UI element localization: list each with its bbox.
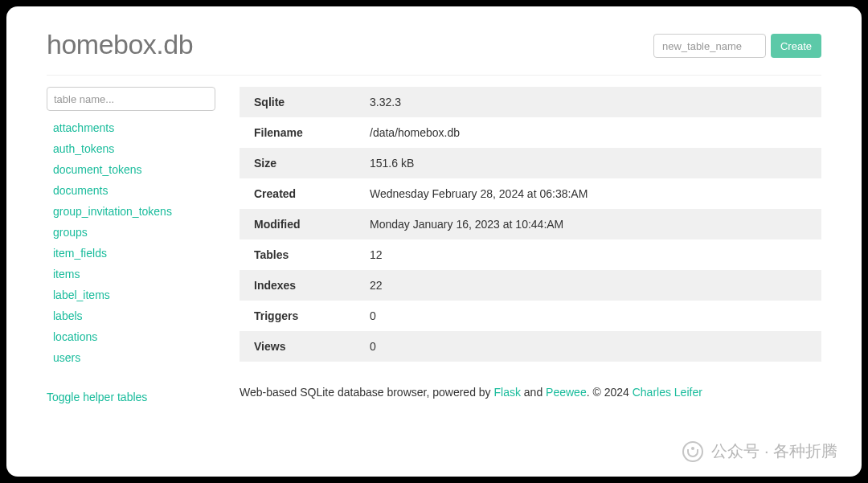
table-row: CreatedWednesday February 28, 2024 at 06… <box>240 178 821 209</box>
info-value: 3.32.3 <box>360 87 821 117</box>
header: homebox.db Create <box>47 29 821 76</box>
list-item: item_fields <box>53 243 215 264</box>
table-row: Indexes22 <box>240 270 821 301</box>
footer-text: Web-based SQLite database browser, power… <box>240 386 493 399</box>
table-row: Views0 <box>240 331 821 362</box>
table-link[interactable]: item_fields <box>53 247 107 260</box>
info-value: /data/homebox.db <box>360 117 821 148</box>
body: attachmentsauth_tokensdocument_tokensdoc… <box>47 87 821 403</box>
peewee-link[interactable]: Peewee <box>546 386 587 399</box>
create-button[interactable]: Create <box>771 34 821 58</box>
table-link[interactable]: locations <box>53 330 97 343</box>
list-item: documents <box>53 180 215 201</box>
watermark-text: 公众号 · 各种折腾 <box>711 440 837 462</box>
table-link[interactable]: labels <box>53 309 83 322</box>
list-item: attachments <box>53 117 215 138</box>
table-link[interactable]: group_invitation_tokens <box>53 205 172 218</box>
info-value: 0 <box>360 301 821 331</box>
footer-text: and <box>521 386 546 399</box>
table-link[interactable]: auth_tokens <box>53 142 114 155</box>
watermark: 公众号 · 各种折腾 <box>682 440 837 462</box>
info-label: Modified <box>240 209 360 239</box>
page-title: homebox.db <box>47 29 193 60</box>
db-info-table: Sqlite3.32.3Filename/data/homebox.dbSize… <box>240 87 821 362</box>
table-row: Tables12 <box>240 239 821 270</box>
flask-link[interactable]: Flask <box>493 386 520 399</box>
toggle-helper-tables-link[interactable]: Toggle helper tables <box>47 391 215 403</box>
table-list: attachmentsauth_tokensdocument_tokensdoc… <box>47 117 215 368</box>
create-table-form: Create <box>653 34 821 58</box>
info-value: 22 <box>360 270 821 301</box>
table-row: ModifiedMonday January 16, 2023 at 10:44… <box>240 209 821 239</box>
list-item: items <box>53 264 215 284</box>
table-link[interactable]: documents <box>53 184 108 197</box>
table-link[interactable]: attachments <box>53 121 114 134</box>
new-table-name-input[interactable] <box>653 34 766 58</box>
info-label: Size <box>240 148 360 178</box>
table-row: Triggers0 <box>240 301 821 331</box>
table-link[interactable]: items <box>53 268 80 280</box>
list-item: groups <box>53 222 215 243</box>
info-label: Sqlite <box>240 87 360 117</box>
table-link[interactable]: label_items <box>53 289 110 301</box>
wechat-icon <box>682 441 703 462</box>
list-item: users <box>53 347 215 368</box>
info-label: Indexes <box>240 270 360 301</box>
table-link[interactable]: document_tokens <box>53 163 142 176</box>
table-link[interactable]: groups <box>53 226 88 239</box>
list-item: auth_tokens <box>53 138 215 159</box>
info-value: 0 <box>360 331 821 362</box>
table-link[interactable]: users <box>53 351 80 364</box>
info-label: Filename <box>240 117 360 148</box>
info-label: Tables <box>240 239 360 270</box>
info-value: Monday January 16, 2023 at 10:44:AM <box>360 209 821 239</box>
list-item: locations <box>53 326 215 347</box>
app-window: homebox.db Create attachmentsauth_tokens… <box>6 6 862 477</box>
table-row: Sqlite3.32.3 <box>240 87 821 117</box>
list-item: document_tokens <box>53 159 215 180</box>
table-row: Size151.6 kB <box>240 148 821 178</box>
footer: Web-based SQLite database browser, power… <box>240 386 821 399</box>
table-filter-input[interactable] <box>47 87 215 111</box>
list-item: labels <box>53 305 215 326</box>
info-label: Views <box>240 331 360 362</box>
info-value: Wednesday February 28, 2024 at 06:38:AM <box>360 178 821 209</box>
sidebar: attachmentsauth_tokensdocument_tokensdoc… <box>47 87 215 403</box>
info-label: Created <box>240 178 360 209</box>
list-item: label_items <box>53 284 215 305</box>
info-value: 151.6 kB <box>360 148 821 178</box>
footer-text: . © 2024 <box>587 386 633 399</box>
main-content: Sqlite3.32.3Filename/data/homebox.dbSize… <box>240 87 821 403</box>
list-item: group_invitation_tokens <box>53 201 215 222</box>
info-value: 12 <box>360 239 821 270</box>
table-row: Filename/data/homebox.db <box>240 117 821 148</box>
info-label: Triggers <box>240 301 360 331</box>
author-link[interactable]: Charles Leifer <box>633 386 702 399</box>
